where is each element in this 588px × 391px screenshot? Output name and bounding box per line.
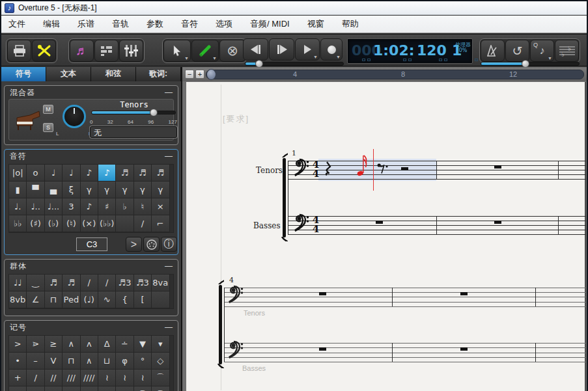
- marks-palette-cell-r1c3[interactable]: ⊓: [62, 352, 80, 370]
- marks-palette-cell-r1c4[interactable]: ∧: [80, 352, 98, 370]
- menu-item-2[interactable]: 乐谱: [77, 15, 94, 33]
- marks-palette-cell-r2c1[interactable]: /: [26, 369, 44, 386]
- notes-palette-cell-r3c8[interactable]: ⌐: [151, 215, 169, 232]
- notes-palette-cell-r1c7[interactable]: γ: [133, 181, 152, 198]
- marks-palette-cell-r1c7[interactable]: °: [133, 352, 152, 370]
- marks-palette-cell-r2c0[interactable]: +: [8, 369, 27, 386]
- groups-palette-cell-r0c5[interactable]: ∕: [98, 274, 116, 291]
- notes-palette-cell-r1c6[interactable]: γ: [115, 181, 133, 198]
- marks-palette-cell-r1c0[interactable]: •: [8, 352, 27, 370]
- erase-tool-button[interactable]: ⊗: [219, 40, 245, 62]
- marks-palette-cell-r2c6[interactable]: ≀: [115, 369, 133, 386]
- collapse-icon[interactable]: —: [165, 323, 173, 332]
- playback-position-slider[interactable]: [245, 62, 344, 66]
- step-forward-button[interactable]: [269, 38, 294, 61]
- select-tool-button[interactable]: ▼: [163, 40, 191, 62]
- ruler-track[interactable]: [206, 70, 584, 79]
- ruler-thumb[interactable]: [206, 69, 216, 80]
- menu-item-5[interactable]: 音符: [181, 15, 198, 33]
- notes-palette-cell-r2c8[interactable]: ×: [151, 198, 169, 215]
- marks-palette-cell-r3c8[interactable]: ⌒: [151, 386, 169, 391]
- menu-item-8[interactable]: 视窗: [307, 15, 324, 33]
- notes-palette-cell-r1c0[interactable]: ▮: [8, 181, 27, 198]
- marks-palette-cell-r2c4[interactable]: ////: [80, 369, 98, 386]
- marks-palette-cell-r0c3[interactable]: ∧: [62, 335, 80, 353]
- notes-palette-cell-r1c5[interactable]: γ: [98, 181, 116, 198]
- notes-palette-cell-r2c2[interactable]: ♩...: [44, 198, 63, 215]
- print-button[interactable]: [7, 40, 31, 62]
- marks-palette-cell-r1c8[interactable]: ◇: [151, 352, 169, 370]
- notes-palette-cell-r3c6[interactable]: [115, 215, 133, 232]
- marks-palette-cell-r3c3[interactable]: ♯: [62, 386, 80, 391]
- groups-palette-cell-r0c8[interactable]: 8va: [151, 274, 169, 291]
- notes-palette-cell-r0c6[interactable]: ♬: [115, 164, 133, 182]
- marks-palette-cell-r3c2[interactable]: ◇: [44, 386, 63, 391]
- menu-item-4[interactable]: 参数: [147, 15, 163, 33]
- groups-palette-cell-r1c3[interactable]: Ped: [62, 291, 80, 308]
- notes-palette-cell-r3c2[interactable]: (♭): [44, 215, 63, 232]
- marks-palette-cell-r0c8[interactable]: ▾: [151, 335, 169, 353]
- marks-palette-cell-r3c4[interactable]: ♮: [80, 386, 98, 391]
- zoom-out-button[interactable]: −: [185, 70, 194, 79]
- solo-button[interactable]: S: [43, 123, 53, 132]
- marks-palette-cell-r3c6[interactable]: ∪: [115, 386, 133, 391]
- notes-palette-cell-r3c4[interactable]: (×): [80, 215, 98, 232]
- collapse-icon[interactable]: —: [165, 262, 173, 271]
- menu-item-6[interactable]: 选项: [216, 15, 232, 33]
- score-title-placeholder[interactable]: [要求]: [223, 113, 249, 125]
- notes-palette-cell-r0c7[interactable]: ♬: [133, 164, 152, 182]
- notes-palette-cell-r0c8[interactable]: ♬: [151, 164, 169, 182]
- pan-knob[interactable]: [63, 105, 86, 128]
- metronome-button[interactable]: [481, 40, 505, 62]
- groups-palette-cell-r1c5[interactable]: ∿: [98, 291, 116, 308]
- marks-palette-cell-r0c1[interactable]: ⋗: [26, 335, 44, 353]
- marks-palette-cell-r0c5[interactable]: Δ: [98, 335, 116, 353]
- notes-palette-cell-r3c5[interactable]: (♭♭): [98, 215, 116, 232]
- pitch-field[interactable]: C3: [76, 237, 107, 251]
- staff-settings-button[interactable]: ♭ ♭: [555, 40, 579, 62]
- notes-palette-cell-r3c0[interactable]: ♭♭: [8, 215, 27, 232]
- groups-palette-cell-r1c4[interactable]: (♩): [80, 291, 98, 308]
- marks-palette-cell-r3c7[interactable]: ⌒: [133, 386, 152, 391]
- notes-palette-cell-r0c1[interactable]: o: [26, 164, 44, 182]
- notes-palette-cell-r2c4[interactable]: ♪: [80, 198, 98, 215]
- sidebar-tab-3[interactable]: 歌词:: [136, 67, 181, 81]
- mute-button[interactable]: M: [43, 105, 53, 114]
- marks-palette-cell-r1c2[interactable]: V: [44, 352, 63, 370]
- notes-palette-cell-r1c1[interactable]: ▀: [26, 181, 44, 198]
- notes-palette-cell-r1c8[interactable]: γ: [151, 181, 169, 198]
- tempo-slider[interactable]: [481, 62, 580, 66]
- menu-item-7[interactable]: 音频/ MIDI: [250, 15, 290, 33]
- marks-palette-cell-r0c7[interactable]: ▼: [133, 335, 152, 353]
- notes-palette-cell-r0c0[interactable]: |o|: [8, 164, 27, 182]
- track-list-button[interactable]: [94, 40, 119, 62]
- play-button[interactable]: ▼: [295, 38, 320, 61]
- groups-palette-cell-r0c1[interactable]: ‿: [26, 274, 44, 291]
- groups-palette-cell-r1c2[interactable]: ⊓: [44, 291, 63, 308]
- quantize-button[interactable]: Q ♪ ▼: [530, 40, 554, 62]
- score-page[interactable]: [要求] 1 Tenors Basses: [186, 82, 586, 391]
- marks-palette-cell-r1c6[interactable]: φ: [115, 352, 133, 370]
- marks-palette-cell-r1c5[interactable]: ⊔: [98, 352, 116, 370]
- volume-slider[interactable]: [91, 111, 176, 115]
- groups-palette-cell-r1c6[interactable]: {: [115, 291, 133, 308]
- menu-item-3[interactable]: 音轨: [112, 15, 129, 33]
- notes-palette-cell-r0c5[interactable]: ♪: [98, 164, 116, 182]
- marks-palette-cell-r3c1[interactable]: +: [26, 386, 44, 391]
- groups-palette-cell-r0c6[interactable]: ♬3: [115, 274, 133, 291]
- notes-palette-cell-r1c4[interactable]: γ: [80, 181, 98, 198]
- groups-palette-cell-r1c8[interactable]: [151, 291, 169, 308]
- marks-palette-cell-r2c8[interactable]: ⌒: [151, 369, 169, 386]
- marks-palette-cell-r0c6[interactable]: ∸: [115, 335, 133, 353]
- groups-palette-cell-r0c0[interactable]: ♩♩: [8, 274, 27, 291]
- notes-palette-cell-r3c7[interactable]: /: [133, 215, 152, 232]
- marks-palette-cell-r3c0[interactable]: °: [8, 386, 27, 391]
- notes-palette-cell-r2c0[interactable]: ♩.: [8, 198, 27, 215]
- midi-input-button[interactable]: [143, 237, 160, 252]
- marks-palette-cell-r2c3[interactable]: ///: [62, 369, 80, 386]
- notes-palette-cell-r2c1[interactable]: ♩..: [26, 198, 44, 215]
- device-field[interactable]: 无: [90, 126, 177, 138]
- notes-palette-cell-r3c3[interactable]: (♮): [62, 215, 80, 232]
- groups-palette-cell-r0c3[interactable]: ♬: [62, 274, 80, 291]
- notes-palette-cell-r2c5[interactable]: ♯: [98, 198, 116, 215]
